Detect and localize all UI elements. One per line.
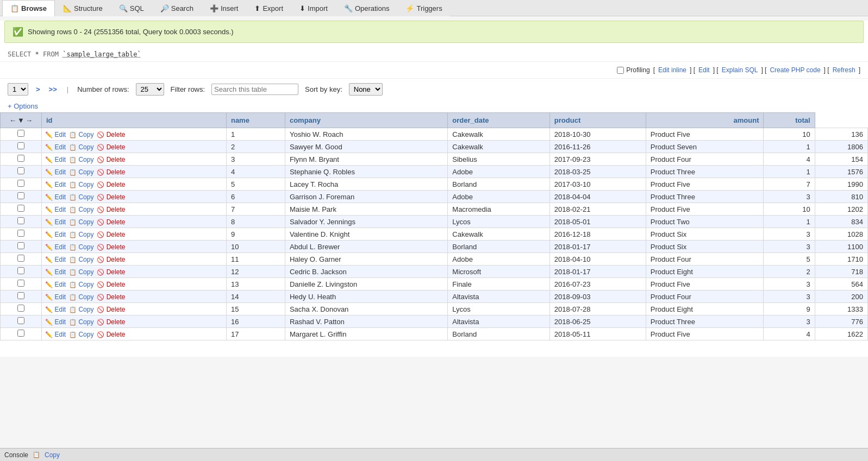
col-header-amount[interactable]: amount xyxy=(646,113,764,128)
tab-insert[interactable]: ➕ Insert xyxy=(202,0,247,16)
copy-button[interactable]: Copy xyxy=(78,131,93,138)
delete-button[interactable]: Delete xyxy=(107,293,126,301)
create-php-link[interactable]: Create PHP code xyxy=(770,66,820,74)
tab-operations[interactable]: 🔧 Operations xyxy=(336,0,398,16)
col-header-total[interactable]: total xyxy=(764,113,815,128)
row-checkbox[interactable] xyxy=(17,330,24,337)
resize-left-icon[interactable]: ← xyxy=(9,116,16,124)
col-header-company[interactable]: company xyxy=(285,113,447,128)
edit-button[interactable]: Edit xyxy=(55,256,66,263)
copy-button[interactable]: Copy xyxy=(78,156,93,163)
sort-key-select[interactable]: None xyxy=(349,83,383,96)
copy-button[interactable]: Copy xyxy=(78,206,93,213)
copy-button[interactable]: Copy xyxy=(78,331,93,338)
edit-inline-link[interactable]: Edit inline xyxy=(658,66,686,74)
tab-sql[interactable]: 🔍 SQL xyxy=(111,0,152,16)
edit-button[interactable]: Edit xyxy=(55,131,66,138)
delete-button[interactable]: Delete xyxy=(107,156,126,163)
edit-button[interactable]: Edit xyxy=(55,231,66,238)
copy-button[interactable]: Copy xyxy=(78,281,93,288)
edit-button[interactable]: Edit xyxy=(55,331,66,338)
delete-button[interactable]: Delete xyxy=(107,268,126,276)
delete-button[interactable]: Delete xyxy=(107,181,126,188)
search-input[interactable] xyxy=(211,84,298,95)
copy-button[interactable]: Copy xyxy=(78,293,93,301)
delete-button[interactable]: Delete xyxy=(107,143,126,151)
copy-button[interactable]: Copy xyxy=(78,306,93,313)
row-checkbox[interactable] xyxy=(17,142,24,149)
edit-button[interactable]: Edit xyxy=(55,193,66,201)
tab-export[interactable]: ⬆ Export xyxy=(246,0,291,16)
delete-button[interactable]: Delete xyxy=(107,318,126,326)
col-header-id[interactable]: id xyxy=(41,113,226,128)
col-header-order-date[interactable]: order_date xyxy=(448,113,550,128)
tab-structure[interactable]: 📐 Structure xyxy=(55,0,111,16)
row-checkbox[interactable] xyxy=(17,180,24,187)
copy-button[interactable]: Copy xyxy=(78,168,93,176)
copy-button[interactable]: Copy xyxy=(78,193,93,201)
delete-button[interactable]: Delete xyxy=(107,331,126,338)
copy-button[interactable]: Copy xyxy=(78,231,93,238)
row-checkbox[interactable] xyxy=(17,217,24,224)
edit-button[interactable]: Edit xyxy=(55,268,66,276)
resize-sort-icon[interactable]: ▼ xyxy=(17,116,24,124)
edit-button[interactable]: Edit xyxy=(55,293,66,301)
tab-import[interactable]: ⬇ Import xyxy=(291,0,336,16)
edit-button[interactable]: Edit xyxy=(55,318,66,326)
explain-sql-link[interactable]: Explain SQL xyxy=(722,66,758,74)
edit-button[interactable]: Edit xyxy=(55,206,66,213)
row-checkbox[interactable] xyxy=(17,305,24,312)
last-page-button[interactable]: >> xyxy=(48,85,58,93)
resize-right-icon[interactable]: → xyxy=(26,116,33,124)
edit-button[interactable]: Edit xyxy=(55,168,66,176)
row-checkbox[interactable] xyxy=(17,255,24,262)
row-checkbox[interactable] xyxy=(17,292,24,299)
profiling-checkbox[interactable] xyxy=(617,67,624,74)
col-header-name[interactable]: name xyxy=(226,113,285,128)
delete-button[interactable]: Delete xyxy=(107,256,126,263)
tab-search[interactable]: 🔎 Search xyxy=(152,0,202,16)
row-checkbox[interactable] xyxy=(17,242,24,249)
delete-button[interactable]: Delete xyxy=(107,306,126,313)
copy-button[interactable]: Copy xyxy=(78,218,93,226)
delete-button[interactable]: Delete xyxy=(107,168,126,176)
edit-button[interactable]: Edit xyxy=(55,218,66,226)
refresh-link[interactable]: Refresh xyxy=(833,66,855,74)
copy-button[interactable]: Copy xyxy=(78,143,93,151)
row-checkbox[interactable] xyxy=(17,230,24,237)
copy-button[interactable]: Copy xyxy=(78,243,93,251)
col-header-product[interactable]: product xyxy=(549,113,646,128)
copy-button[interactable]: Copy xyxy=(78,268,93,276)
edit-button[interactable]: Edit xyxy=(55,306,66,313)
row-checkbox[interactable] xyxy=(17,167,24,174)
options-link[interactable]: + Options xyxy=(8,102,38,110)
delete-button[interactable]: Delete xyxy=(107,281,126,288)
copy-button[interactable]: Copy xyxy=(78,181,93,188)
edit-button[interactable]: Edit xyxy=(55,243,66,251)
row-checkbox[interactable] xyxy=(17,280,24,287)
delete-button[interactable]: Delete xyxy=(107,231,126,238)
num-rows-select[interactable]: 25 50 100 xyxy=(136,83,164,96)
delete-button[interactable]: Delete xyxy=(107,218,126,226)
edit-button[interactable]: Edit xyxy=(55,143,66,151)
row-checkbox[interactable] xyxy=(17,155,24,162)
row-checkbox[interactable] xyxy=(17,267,24,274)
delete-button[interactable]: Delete xyxy=(107,206,126,213)
edit-button[interactable]: Edit xyxy=(55,281,66,288)
next-page-button[interactable]: > xyxy=(35,85,41,93)
delete-button[interactable]: Delete xyxy=(107,131,126,138)
edit-link[interactable]: Edit xyxy=(698,66,710,74)
delete-button[interactable]: Delete xyxy=(107,193,126,201)
edit-button[interactable]: Edit xyxy=(55,181,66,188)
row-checkbox[interactable] xyxy=(17,192,24,199)
edit-button[interactable]: Edit xyxy=(55,156,66,163)
row-checkbox[interactable] xyxy=(17,205,24,212)
copy-button[interactable]: Copy xyxy=(78,318,93,326)
tab-browse[interactable]: 📋 Browse xyxy=(2,0,55,16)
page-select[interactable]: 1 xyxy=(8,83,28,96)
row-checkbox[interactable] xyxy=(17,130,24,137)
delete-button[interactable]: Delete xyxy=(107,243,126,251)
tab-triggers[interactable]: ⚡ Triggers xyxy=(397,0,450,16)
profiling-label[interactable]: Profiling xyxy=(617,66,650,74)
copy-button[interactable]: Copy xyxy=(78,256,93,263)
